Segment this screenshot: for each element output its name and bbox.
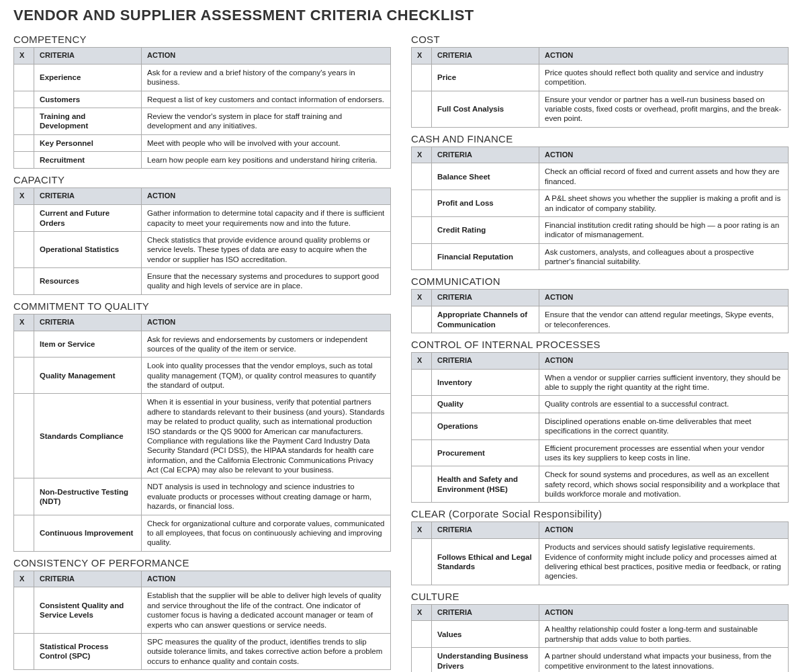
table-row: Follows Ethical and Legal StandardsProdu… <box>412 539 789 585</box>
criteria-table: XCRITERIAACTIONAppropriate Channels of C… <box>411 289 789 333</box>
column-header-x: X <box>412 290 432 306</box>
action-cell: Ensure that the vendor can attend regula… <box>539 306 789 333</box>
column-header-x: X <box>14 314 34 331</box>
checkbox-cell[interactable] <box>412 648 432 672</box>
column-header-action: ACTION <box>539 522 789 539</box>
checkbox-cell[interactable] <box>412 243 432 270</box>
column-header-action: ACTION <box>539 146 789 163</box>
action-cell: Learn how people earn key positions and … <box>142 152 391 169</box>
criteria-cell: Quality Management <box>34 358 142 394</box>
checkbox-cell[interactable] <box>14 268 34 295</box>
checkbox-cell[interactable] <box>14 152 34 169</box>
checkbox-cell[interactable] <box>412 413 432 439</box>
page-title: VENDOR AND SUPPLIER ASSESSMENT CRITERIA … <box>13 7 789 24</box>
criteria-cell: Statistical Process Control (SPC) <box>34 633 142 669</box>
criteria-cell: Consistent Quality and Service Levels <box>34 587 142 634</box>
checkbox-cell[interactable] <box>14 358 34 394</box>
checkbox-cell[interactable] <box>412 369 432 396</box>
criteria-cell: Values <box>432 621 539 648</box>
right-column: COSTXCRITERIAACTIONPricePrice quotes sho… <box>411 28 789 672</box>
criteria-cell: Current and Future Orders <box>34 205 142 232</box>
column-header-action: ACTION <box>142 571 391 587</box>
table-row: Standards ComplianceWhen it is essential… <box>14 394 391 478</box>
checkbox-cell[interactable] <box>14 91 34 108</box>
column-header-criteria: CRITERIA <box>432 522 539 539</box>
column-header-criteria: CRITERIA <box>432 352 539 369</box>
column-header-x: X <box>14 188 34 205</box>
action-cell: When it is essential in your business, v… <box>142 394 391 478</box>
criteria-cell: Health and Safety and Environment (HSE) <box>432 466 539 503</box>
section-title: CULTURE <box>411 591 789 602</box>
column-header-action: ACTION <box>539 48 789 65</box>
table-row: PricePrice quotes should reflect both qu… <box>412 64 789 91</box>
action-cell: Ask for a review and a brief history of … <box>142 64 391 91</box>
table-row: Health and Safety and Environment (HSE)C… <box>412 466 789 503</box>
section-title: COMMITMENT TO QUALITY <box>13 300 391 312</box>
checkbox-cell[interactable] <box>14 515 34 551</box>
column-header-criteria: CRITERIA <box>34 188 142 205</box>
action-cell: Products and services should satisfy leg… <box>539 539 789 585</box>
checkbox-cell[interactable] <box>14 331 34 358</box>
checkbox-cell[interactable] <box>412 439 432 466</box>
action-cell: Financial institution credit rating shou… <box>539 216 789 243</box>
action-cell: Price quotes should reflect both quality… <box>539 64 789 91</box>
checkbox-cell[interactable] <box>14 587 34 634</box>
criteria-cell: Appropriate Channels of Communication <box>432 306 539 333</box>
criteria-cell: Full Cost Analysis <box>432 91 539 127</box>
checkbox-cell[interactable] <box>14 205 34 232</box>
criteria-cell: Key Personnel <box>34 134 142 151</box>
checkbox-cell[interactable] <box>412 163 432 190</box>
checkbox-cell[interactable] <box>14 633 34 669</box>
action-cell: Check for sound systems and procedures, … <box>539 466 789 503</box>
checkbox-cell[interactable] <box>412 539 432 585</box>
column-header-action: ACTION <box>142 314 391 331</box>
criteria-cell: Standards Compliance <box>34 394 142 478</box>
section-title: COMMUNICATION <box>411 276 789 287</box>
criteria-cell: Quality <box>432 396 539 413</box>
criteria-table: XCRITERIAACTIONBalance SheetCheck an off… <box>411 146 789 271</box>
column-header-x: X <box>412 522 432 539</box>
action-cell: Check for organizational culture and cor… <box>142 515 391 551</box>
criteria-cell: Operations <box>432 413 539 439</box>
criteria-cell: Understanding Business Drivers <box>432 648 539 672</box>
checkbox-cell[interactable] <box>412 91 432 127</box>
criteria-table: XCRITERIAACTIONInventoryWhen a vendor or… <box>411 352 789 503</box>
checkbox-cell[interactable] <box>412 190 432 217</box>
action-cell: Ask for reviews and endorsements by cust… <box>142 331 391 358</box>
checkbox-cell[interactable] <box>14 231 34 267</box>
column-header-criteria: CRITERIA <box>34 48 142 65</box>
action-cell: Check an official record of fixed and cu… <box>539 163 789 190</box>
table-row: Item or ServiceAsk for reviews and endor… <box>14 331 391 358</box>
checkbox-cell[interactable] <box>412 621 432 648</box>
table-row: ResourcesEnsure that the necessary syste… <box>14 268 391 295</box>
checkbox-cell[interactable] <box>14 394 34 478</box>
action-cell: Disciplined operations enable on-time de… <box>539 413 789 439</box>
columns-wrapper: COMPETENCYXCRITERIAACTIONExperienceAsk f… <box>13 28 789 672</box>
table-row: Quality ManagementLook into quality proc… <box>14 358 391 394</box>
checkbox-cell[interactable] <box>412 216 432 243</box>
criteria-table: XCRITERIAACTIONFollows Ethical and Legal… <box>411 521 789 585</box>
table-row: CustomersRequest a list of key customers… <box>14 91 391 108</box>
checkbox-cell[interactable] <box>14 134 34 151</box>
table-row: ProcurementEfficient procurement process… <box>412 439 789 466</box>
action-cell: A P&L sheet shows you whether the suppli… <box>539 190 789 217</box>
action-cell: Request a list of key customers and cont… <box>142 91 391 108</box>
criteria-cell: Training and Development <box>34 108 142 134</box>
action-cell: Ensure that the necessary systems and pr… <box>142 268 391 295</box>
column-header-criteria: CRITERIA <box>34 314 142 331</box>
table-row: RecruitmentLearn how people earn key pos… <box>14 152 391 169</box>
checkbox-cell[interactable] <box>412 64 432 91</box>
criteria-table: XCRITERIAACTIONCurrent and Future Orders… <box>13 187 391 294</box>
checkbox-cell[interactable] <box>412 466 432 503</box>
table-row: ValuesA healthy relationship could foste… <box>412 621 789 648</box>
checkbox-cell[interactable] <box>14 64 34 91</box>
checkbox-cell[interactable] <box>412 396 432 413</box>
checkbox-cell[interactable] <box>14 478 34 515</box>
criteria-table: XCRITERIAACTIONValuesA healthy relations… <box>411 604 789 672</box>
column-header-x: X <box>412 48 432 65</box>
table-row: Credit RatingFinancial institution credi… <box>412 216 789 243</box>
checkbox-cell[interactable] <box>412 306 432 333</box>
checkbox-cell[interactable] <box>14 108 34 134</box>
column-header-action: ACTION <box>142 188 391 205</box>
section-title: COMPETENCY <box>13 34 391 45</box>
